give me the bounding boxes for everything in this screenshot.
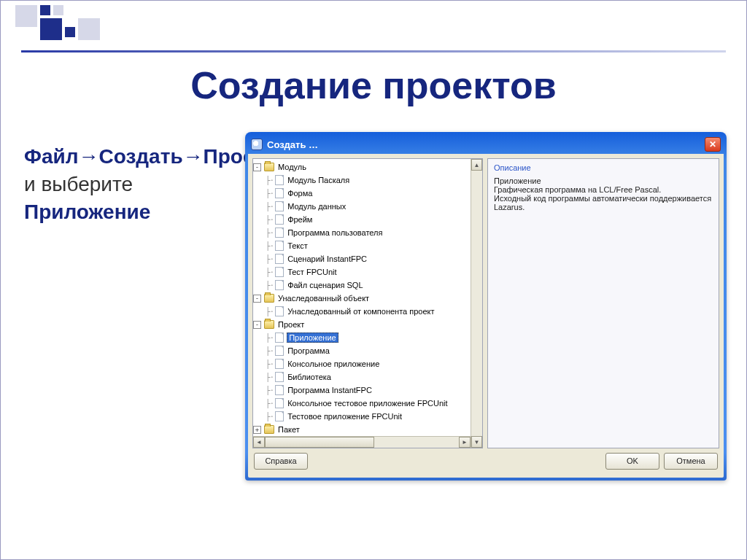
file-icon (275, 306, 284, 316)
menu-path: Файл→Создать→Проект (24, 145, 274, 168)
scroll-right-button[interactable]: ► (459, 437, 471, 448)
tree-item-label: Программа (287, 346, 330, 355)
tree-item-label: Текст (287, 241, 309, 250)
horizontal-scrollbar[interactable]: ◄ ► (253, 436, 471, 448)
ok-button[interactable]: OK (605, 453, 659, 470)
tree-view[interactable]: -Модуль ├·Модуль Паскаля ├·Форма ├·Модул… (253, 159, 471, 436)
tree-item-label: Модуль (277, 163, 307, 171)
close-button[interactable]: ✕ (705, 137, 721, 152)
description-line: Приложение (494, 176, 713, 185)
close-icon: ✕ (709, 139, 716, 149)
file-icon (275, 175, 284, 185)
tree-item[interactable]: ├·Приложение (253, 331, 471, 344)
hscroll-thumb[interactable] (265, 437, 374, 448)
file-icon (275, 228, 284, 238)
file-icon (275, 359, 284, 369)
tree-item-label: Программа InstantFPC (287, 386, 373, 394)
scroll-left-button[interactable]: ◄ (253, 437, 265, 448)
tree-item[interactable]: -Унаследованный объект (253, 292, 471, 305)
collapse-icon[interactable]: - (253, 321, 261, 329)
folder-icon (264, 163, 274, 171)
tree-item[interactable]: ├·Модуль данных (253, 200, 471, 213)
tree-item[interactable]: ├·Форма (253, 187, 471, 200)
file-icon (275, 267, 284, 277)
slide: Создание проектов Файл→Создать→Проект и … (0, 0, 747, 560)
tree-item[interactable]: ├·Сценарий InstantFPC (253, 252, 471, 265)
tree-item-label: Приложение (287, 332, 338, 343)
slide-decoration (15, 5, 110, 56)
tree-item[interactable]: ├·Библиотека (253, 370, 471, 384)
file-icon (275, 188, 284, 198)
tree-item[interactable]: ├·Унаследованный от компонента проект (253, 305, 471, 318)
vertical-scrollbar[interactable]: ▲ ▼ (471, 159, 482, 448)
help-button[interactable]: Справка (254, 453, 308, 470)
description-heading: Описание (494, 163, 713, 172)
tree-item[interactable]: ├·Консольное тестовое приложение FPCUnit (253, 397, 471, 410)
tree-item-label: Консольное тестовое приложение FPCUnit (287, 399, 448, 408)
file-icon (275, 214, 284, 225)
slide-divider (21, 50, 726, 52)
folder-icon (264, 320, 274, 329)
instructions-text: Файл→Создать→Проект и выберите Приложени… (24, 143, 236, 225)
collapse-icon[interactable]: - (253, 295, 261, 303)
tree-item[interactable]: ├·Текст (253, 239, 471, 252)
file-icon (275, 346, 284, 356)
tree-item[interactable]: -Модуль (253, 160, 471, 174)
description-line: Графическая программа на LCL/Free Pascal… (494, 185, 713, 194)
file-icon (275, 254, 284, 264)
selection-target: Приложение (24, 201, 150, 223)
description-pane: Описание Приложение Графическая программ… (487, 158, 719, 448)
vscroll-track[interactable] (471, 171, 482, 436)
tree-item-label: Фрейм (287, 215, 313, 224)
file-icon (275, 280, 284, 290)
tree-item-label: Тест FPCUnit (287, 268, 337, 276)
create-dialog: Создать … ✕ -Модуль ├·Модуль Паскаля ├·Ф… (245, 132, 727, 481)
file-icon (275, 385, 284, 395)
tree-item[interactable]: +Пакет (253, 423, 471, 436)
tree-item[interactable]: ├·Файл сценария SQL (253, 279, 471, 292)
file-icon (275, 411, 284, 421)
scroll-up-button[interactable]: ▲ (471, 159, 482, 171)
tree-item-label: Форма (287, 189, 313, 198)
app-icon (251, 139, 263, 150)
tree-item[interactable]: ├·Консольное приложение (253, 357, 471, 370)
tree-item[interactable]: ├·Модуль Паскаля (253, 174, 471, 187)
file-icon (275, 332, 284, 343)
tree-item-label: Модуль данных (287, 202, 347, 211)
tree-item-label: Тестовое приложение FPCUnit (287, 412, 403, 421)
file-icon (275, 372, 284, 382)
file-icon (275, 398, 284, 408)
tree-item[interactable]: ├·Тестовое приложение FPCUnit (253, 410, 471, 423)
tree-item-label: Файл сценария SQL (287, 281, 363, 289)
dialog-title: Создать … (267, 139, 318, 150)
tree-item-label: Пакет (277, 425, 301, 434)
folder-icon (264, 294, 274, 303)
file-icon (275, 201, 284, 211)
tree-item-label: Сценарий InstantFPC (287, 254, 368, 263)
dialog-titlebar[interactable]: Создать … ✕ (248, 135, 724, 154)
scroll-down-button[interactable]: ▼ (471, 436, 482, 448)
slide-title: Создание проектов (1, 63, 746, 107)
tree-pane: -Модуль ├·Модуль Паскаля ├·Форма ├·Модул… (252, 158, 483, 448)
tree-item[interactable]: -Проект (253, 318, 471, 331)
tree-item[interactable]: ├·Тест FPCUnit (253, 265, 471, 279)
cancel-button[interactable]: Отмена (664, 453, 718, 470)
tree-item-label: Консольное приложение (287, 359, 380, 368)
tree-item-label: Библиотека (287, 373, 332, 381)
dialog-buttons: Справка OK Отмена (252, 448, 719, 473)
tree-item[interactable]: ├·Программа пользователя (253, 226, 471, 239)
tree-item-label: Проект (277, 320, 305, 329)
tree-item[interactable]: ├·Программа (253, 344, 471, 357)
collapse-icon[interactable]: - (253, 163, 261, 171)
tree-item-label: Программа пользователя (287, 228, 383, 237)
description-line: Исходный код программы автоматически под… (494, 194, 713, 211)
tree-item-label: Унаследованный от компонента проект (287, 307, 435, 316)
folder-icon (264, 425, 274, 434)
expand-icon[interactable]: + (253, 426, 261, 434)
hscroll-track[interactable] (265, 437, 459, 448)
tree-item-label: Модуль Паскаля (287, 176, 350, 184)
tree-item[interactable]: ├·Программа InstantFPC (253, 384, 471, 397)
tree-item-label: Унаследованный объект (277, 294, 370, 303)
tree-item[interactable]: ├·Фрейм (253, 213, 471, 226)
dialog-body: -Модуль ├·Модуль Паскаля ├·Форма ├·Модул… (248, 154, 724, 478)
